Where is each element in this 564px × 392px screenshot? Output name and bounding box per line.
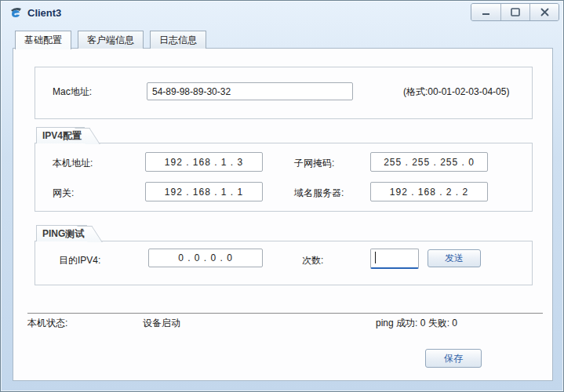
- tab-log-info[interactable]: 日志信息: [150, 31, 206, 49]
- close-icon: [540, 8, 549, 16]
- ping-stats: ping 成功: 0 失败: 0: [376, 317, 457, 330]
- status-divider: [27, 313, 543, 314]
- host-status-label: 本机状态:: [27, 317, 67, 330]
- dns-server-input[interactable]: [370, 182, 488, 201]
- ping-dest-input[interactable]: [148, 249, 263, 267]
- gateway-label: 网关:: [53, 187, 74, 200]
- minimize-button[interactable]: [471, 4, 500, 20]
- minimize-icon: [482, 9, 491, 16]
- close-button[interactable]: [529, 4, 559, 20]
- gateway-input[interactable]: [145, 182, 263, 201]
- window-controls: [471, 3, 559, 21]
- text-caret: [375, 252, 376, 263]
- client-config-window: Client3 基础配置 客户端信息 日志信息 Mac地址: (格式:00-01…: [0, 0, 564, 392]
- ipv4-group-label: IPV4配置: [36, 127, 85, 143]
- ping-dest-label: 目的IPV4:: [59, 254, 100, 267]
- tab-strip: 基础配置 客户端信息 日志信息: [15, 31, 206, 49]
- mac-format-hint: (格式:00-01-02-03-04-05): [403, 85, 509, 99]
- title-bar[interactable]: Client3: [1, 1, 563, 24]
- maximize-icon: [511, 8, 520, 16]
- basic-config-panel: Mac地址: (格式:00-01-02-03-04-05) IPV4配置 本机地…: [13, 48, 553, 381]
- subnet-mask-label: 子网掩码:: [294, 157, 334, 170]
- host-address-input[interactable]: [145, 152, 263, 172]
- host-status-value: 设备启动: [143, 317, 180, 330]
- tab-client-info[interactable]: 客户端信息: [78, 31, 144, 49]
- ping-count-label: 次数:: [302, 254, 323, 267]
- maximize-button[interactable]: [500, 4, 529, 20]
- window-title: Client3: [27, 7, 61, 19]
- ping-group-label: PING测试: [36, 225, 87, 241]
- mac-address-label: Mac地址:: [53, 85, 92, 99]
- dns-server-label: 域名服务器:: [294, 187, 344, 200]
- ensp-app-icon: [9, 6, 23, 19]
- send-button[interactable]: 发送: [428, 249, 481, 267]
- ping-count-input[interactable]: [370, 249, 419, 269]
- tab-basic-config[interactable]: 基础配置: [15, 31, 71, 49]
- mac-address-input[interactable]: [147, 82, 353, 100]
- save-button[interactable]: 保存: [425, 349, 482, 368]
- subnet-mask-input[interactable]: [370, 152, 488, 172]
- ping-count-field-wrap: [370, 249, 419, 269]
- host-address-label: 本机地址:: [53, 157, 93, 170]
